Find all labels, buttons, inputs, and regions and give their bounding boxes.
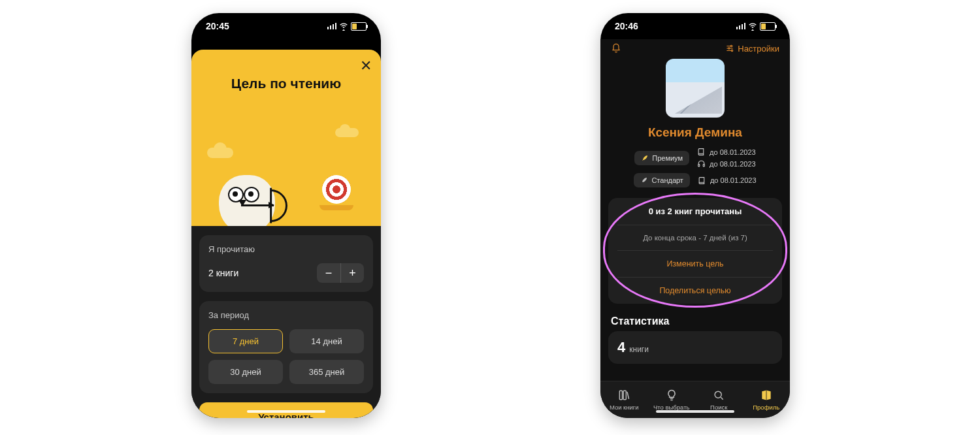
premium-chip[interactable]: Премиум xyxy=(634,151,689,165)
close-icon[interactable]: ✕ xyxy=(360,59,372,73)
feather-icon xyxy=(641,154,649,162)
feather-icon xyxy=(640,176,648,184)
settings-label: Настройки xyxy=(738,44,779,54)
book-icon xyxy=(697,148,706,156)
status-bar: 20:46 xyxy=(600,13,790,39)
svg-rect-4 xyxy=(703,165,704,167)
svg-rect-3 xyxy=(698,165,700,167)
phone-goal-setup: 20:45 ✕ Цель по чтению xyxy=(191,13,381,418)
reading-goal-card: 0 из 2 книг прочитаны До конца срока - 7… xyxy=(608,198,782,304)
owl-archer-illustration xyxy=(219,175,275,226)
home-indicator[interactable] xyxy=(656,410,734,413)
battery-icon xyxy=(760,22,776,31)
cellular-icon xyxy=(736,23,746,29)
period-option-30[interactable]: 30 дней xyxy=(208,360,283,384)
headphones-icon xyxy=(697,159,706,168)
svg-point-7 xyxy=(715,391,721,398)
bulb-icon xyxy=(665,389,678,402)
tab-label: Профиль xyxy=(753,404,779,411)
tab-my-books[interactable]: Мои книги xyxy=(600,381,648,418)
goal-deadline-text: До конца срока - 7 дней (из 7) xyxy=(608,225,782,250)
period-option-365[interactable]: 365 дней xyxy=(289,360,364,384)
svg-point-1 xyxy=(728,48,730,49)
svg-point-2 xyxy=(732,50,733,51)
status-time: 20:45 xyxy=(206,21,229,31)
premium-audio-date: до 08.01.2023 xyxy=(710,160,756,168)
tab-label: Мои книги xyxy=(610,404,639,411)
stats-books-label: книги xyxy=(629,345,649,354)
standard-chip[interactable]: Стандарт xyxy=(634,173,690,187)
avatar[interactable] xyxy=(666,59,725,118)
settings-link[interactable]: Настройки xyxy=(725,44,779,54)
sliders-icon xyxy=(725,44,734,53)
goal-hero: ✕ Цель по чтению xyxy=(191,50,381,226)
target-illustration xyxy=(322,175,351,204)
stats-books-count: 4 xyxy=(617,339,625,356)
search-icon xyxy=(712,389,725,402)
stats-heading: Статистика xyxy=(611,315,779,327)
books-count-stepper: − + xyxy=(317,263,364,283)
home-indicator[interactable] xyxy=(247,410,325,413)
stats-card[interactable]: 4 книги xyxy=(608,331,782,364)
standard-label: Стандарт xyxy=(651,176,683,184)
period-label: За период xyxy=(208,310,364,320)
goal-progress-text: 0 из 2 книг прочитаны xyxy=(608,198,782,225)
cellular-icon xyxy=(327,23,337,29)
status-indicators xyxy=(736,22,776,31)
cloud-decoration xyxy=(335,128,359,137)
edit-goal-link[interactable]: Изменить цель xyxy=(608,251,782,277)
status-indicators xyxy=(327,22,367,31)
books-icon xyxy=(617,389,630,402)
svg-point-0 xyxy=(730,45,732,46)
reading-goal-sheet: ✕ Цель по чтению Я прочитаю 2 книги xyxy=(191,50,381,418)
cloud-decoration xyxy=(207,148,233,158)
notifications-icon[interactable] xyxy=(611,43,621,54)
books-count-card: Я прочитаю 2 книги − + xyxy=(199,235,373,292)
wifi-icon xyxy=(748,22,757,31)
premium-book-date: до 08.01.2023 xyxy=(710,148,756,156)
period-card: За период 7 дней 14 дней 30 дней 365 дне… xyxy=(199,301,373,393)
wifi-icon xyxy=(339,22,348,31)
books-count-value: 2 книги xyxy=(208,268,238,278)
profile-screen: Настройки Ксения Демина Премиум xyxy=(600,39,790,381)
profile-name: Ксения Демина xyxy=(600,125,790,140)
phone-profile: 20:46 Настройки xyxy=(600,13,790,418)
status-time: 20:46 xyxy=(615,21,638,31)
status-bar: 20:45 xyxy=(191,13,381,39)
will-read-label: Я прочитаю xyxy=(208,244,364,254)
decrement-button[interactable]: − xyxy=(317,263,340,283)
period-option-7[interactable]: 7 дней xyxy=(208,329,283,353)
subscription-info: Премиум до 08.01.2023 до 08.01.2023 xyxy=(600,148,790,187)
goal-title: Цель по чтению xyxy=(191,76,381,91)
share-goal-link[interactable]: Поделиться целью xyxy=(608,278,782,304)
svg-rect-5 xyxy=(620,391,623,399)
standard-book-date: до 08.01.2023 xyxy=(710,176,757,184)
profile-icon xyxy=(760,389,773,402)
period-option-14[interactable]: 14 дней xyxy=(289,329,364,353)
premium-label: Премиум xyxy=(652,154,683,162)
book-icon xyxy=(698,176,706,185)
svg-rect-6 xyxy=(623,391,626,399)
increment-button[interactable]: + xyxy=(340,263,364,283)
battery-icon xyxy=(351,22,367,31)
tab-profile[interactable]: Профиль xyxy=(743,381,791,418)
